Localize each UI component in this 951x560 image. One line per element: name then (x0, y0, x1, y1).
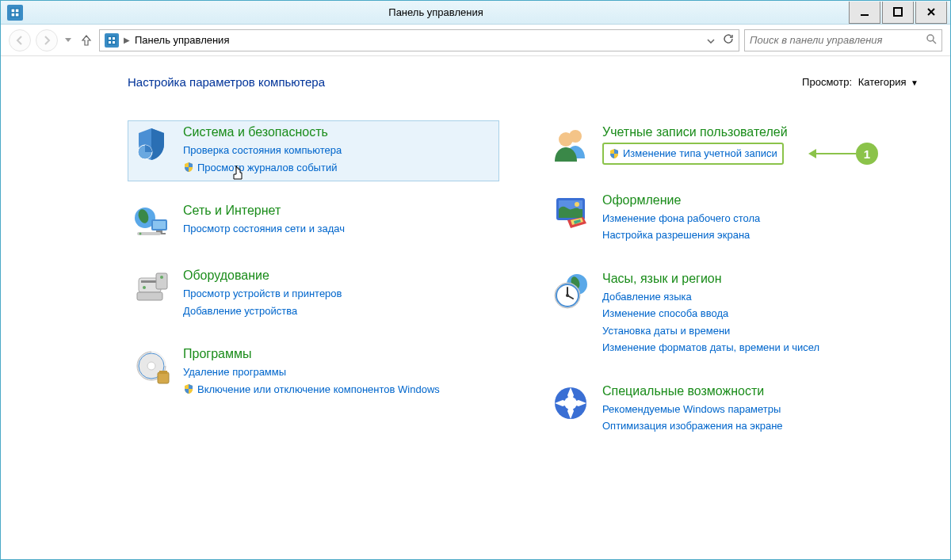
category-body: ОборудованиеПросмотр устройств и принтер… (183, 269, 495, 320)
view-value: Категория (858, 76, 907, 88)
svg-point-21 (139, 233, 142, 235)
cursor-icon (232, 165, 245, 183)
view-selector[interactable]: Просмотр: Категория ▼ (802, 76, 919, 88)
chevron-down-icon: ▼ (911, 78, 919, 87)
address-bar[interactable]: ▶ Панель управления (99, 29, 739, 51)
uac-shield-icon (183, 162, 194, 173)
breadcrumb-separator-icon: ▶ (124, 36, 130, 44)
category-title[interactable]: Оформление (602, 193, 914, 208)
svg-rect-6 (894, 8, 902, 16)
category-link[interactable]: Рекомендуемые Windows параметры (602, 402, 914, 417)
annotation-callout: 1 (808, 143, 878, 165)
category-network: Сеть и ИнтернетПросмотр состояния сети и… (128, 199, 499, 246)
svg-point-34 (559, 132, 573, 147)
category-link[interactable]: Удаление программы (183, 364, 495, 380)
category-hardware: ОборудованиеПросмотр устройств и принтер… (128, 264, 499, 325)
svg-rect-10 (109, 41, 111, 44)
category-link[interactable]: Просмотр состояния сети и задач (183, 221, 495, 237)
link-text: Оптимизация изображения на экране (602, 418, 783, 434)
network-internet-icon (132, 204, 170, 242)
forward-button[interactable] (36, 29, 58, 51)
category-title[interactable]: Учетные записи пользователей (602, 125, 914, 139)
right-column: Учетные записи пользователейИзменение ти… (547, 120, 919, 440)
categories-grid: Система и безопасностьПроверка состояния… (48, 120, 919, 440)
category-title[interactable]: Сеть и Интернет (183, 204, 495, 218)
svg-point-37 (575, 202, 579, 207)
window-controls (849, 2, 950, 24)
category-body: ОформлениеИзменение фона рабочего столаН… (602, 193, 914, 245)
search-box[interactable] (744, 29, 942, 51)
category-link[interactable]: Включение или отключение компонентов Win… (183, 382, 495, 398)
category-programs: ПрограммыУдаление программыВключение или… (128, 342, 499, 403)
address-dropdown-icon[interactable] (707, 34, 715, 46)
category-link[interactable]: Изменение форматов даты, времени и чисел (602, 340, 914, 356)
link-text: Изменение типа учетной записи (623, 146, 777, 162)
callout-number: 1 (856, 143, 878, 165)
category-link[interactable]: Просмотр журналов событий (183, 160, 495, 176)
link-text: Добавление языка (602, 289, 692, 305)
link-text: Включение или отключение компонентов Win… (197, 382, 440, 398)
link-text: Просмотр журналов событий (197, 160, 337, 176)
category-body: Специальные возможностиРекомендуемые Win… (602, 384, 914, 436)
category-title[interactable]: Система и безопасность (183, 125, 495, 139)
link-text: Изменение форматов даты, времени и чисел (602, 340, 819, 356)
link-text: Добавление устройства (183, 303, 297, 319)
category-title[interactable]: Часы, язык и регион (602, 272, 914, 286)
category-link[interactable]: Изменение типа учетной записи (602, 143, 784, 165)
link-text: Изменение способа ввода (602, 306, 728, 322)
breadcrumb-location[interactable]: Панель управления (135, 34, 702, 46)
svg-rect-31 (158, 372, 169, 383)
search-icon[interactable] (926, 33, 937, 47)
svg-rect-11 (113, 41, 115, 44)
category-link[interactable]: Настройка разрешения экрана (602, 227, 914, 243)
category-link[interactable]: Изменение способа ввода (602, 306, 914, 322)
category-link[interactable]: Добавление устройства (183, 303, 495, 319)
category-title[interactable]: Оборудование (183, 269, 495, 283)
svg-point-12 (927, 35, 934, 41)
category-title[interactable]: Специальные возможности (602, 384, 914, 398)
category-link[interactable]: Оптимизация изображения на экране (602, 418, 914, 434)
svg-rect-9 (113, 37, 115, 40)
link-text: Установка даты и времени (602, 323, 730, 339)
svg-rect-25 (137, 292, 162, 300)
category-link[interactable]: Просмотр устройств и принтеров (183, 286, 495, 302)
minimize-button[interactable] (849, 2, 880, 24)
appearance-icon (552, 193, 590, 231)
category-body: Сеть и ИнтернетПросмотр состояния сети и… (183, 204, 495, 242)
close-button[interactable] (915, 2, 947, 24)
category-link[interactable]: Установка даты и времени (602, 323, 914, 339)
system-security-icon (132, 125, 170, 163)
category-title[interactable]: Программы (183, 347, 495, 361)
app-icon (7, 5, 23, 21)
category-clock: Часы, язык и регионДобавление языкаИзмен… (547, 267, 919, 362)
category-link[interactable]: Проверка состояния компьютера (183, 143, 495, 158)
callout-line (816, 153, 856, 154)
history-dropdown-icon[interactable] (63, 29, 74, 51)
svg-rect-2 (16, 9, 19, 12)
user-accounts-icon (552, 125, 590, 163)
refresh-button[interactable] (723, 33, 734, 47)
content-area: Настройка параметров компьютера Просмотр… (1, 56, 950, 559)
up-button[interactable] (78, 29, 94, 51)
category-body: Часы, язык и регионДобавление языкаИзмен… (602, 272, 914, 357)
svg-point-30 (147, 362, 155, 370)
page-header: Настройка параметров компьютера Просмотр… (48, 75, 919, 89)
category-link[interactable]: Добавление языка (602, 289, 914, 305)
search-input[interactable] (750, 34, 926, 46)
link-text: Проверка состояния компьютера (183, 143, 342, 158)
svg-rect-5 (861, 14, 869, 16)
category-link[interactable]: Изменение фона рабочего стола (602, 211, 914, 227)
svg-point-42 (566, 294, 569, 297)
programs-icon (132, 347, 170, 385)
maximize-button[interactable] (882, 2, 914, 24)
category-appearance: ОформлениеИзменение фона рабочего столаН… (547, 189, 919, 250)
link-text: Просмотр устройств и принтеров (183, 286, 342, 302)
titlebar: Панель управления (1, 1, 950, 25)
link-text: Изменение фона рабочего стола (602, 211, 760, 227)
uac-shield-icon (609, 148, 620, 159)
uac-shield-icon (183, 383, 194, 394)
svg-point-27 (160, 276, 163, 279)
back-button[interactable] (9, 29, 31, 51)
category-body: ПрограммыУдаление программыВключение или… (183, 347, 495, 398)
location-icon (105, 33, 119, 48)
